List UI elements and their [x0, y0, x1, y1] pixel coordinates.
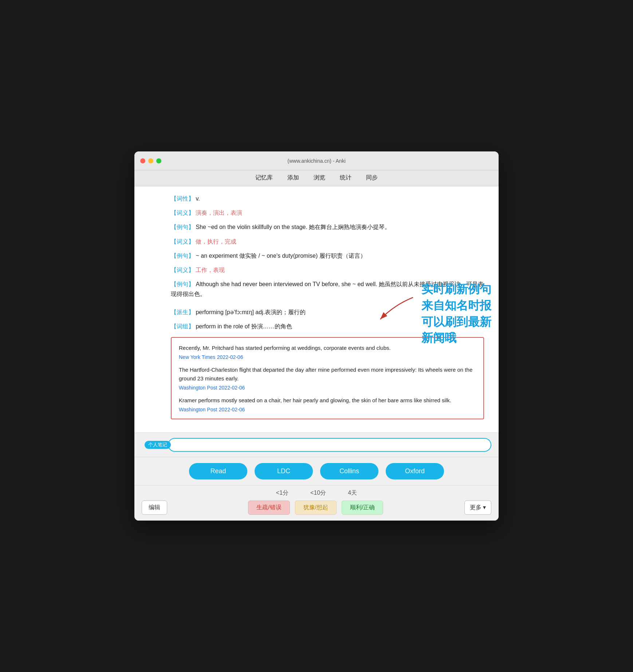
meaning1-label: 【词义】	[171, 210, 194, 216]
meaning1-value: 演奏，演出，表演	[196, 210, 242, 216]
rating-time-1: <1分	[276, 489, 288, 497]
notes-row: 个人笔记	[142, 438, 491, 452]
menu-item-library[interactable]: 记忆库	[254, 173, 274, 182]
content-area: 【词性】 v. 【词义】 演奏，演出，表演 【例句】 She ~ed on th…	[134, 186, 499, 433]
rating-buttons-row: 编辑 生疏/错误 犹豫/想起 顺利/正确 更多 ▾	[142, 501, 491, 515]
news-date-2c: 2022-02-06	[219, 385, 245, 391]
btn-easy[interactable]: 顺利/正确	[342, 501, 383, 515]
notes-label: 个人笔记	[145, 441, 171, 449]
more-button[interactable]: 更多 ▾	[464, 501, 491, 515]
phrase-line: 【词组】 perform in the role of 扮演……的角色	[171, 321, 484, 331]
derived-line: 【派生】 performing [pəˈfɔːmɪŋ] adj.表演的；履行的	[171, 307, 484, 317]
news-box: Recently, Mr. Pritchard has started perf…	[171, 337, 484, 419]
bottom-bar: <1分 <10分 4天 编辑 生疏/错误 犹豫/想起 顺利/正确 更多 ▾	[134, 486, 499, 521]
news-item-3: Kramer performs mostly seated on a chair…	[179, 396, 476, 413]
anki-window: (www.ankichina.cn) - Anki 记忆库 添加 浏览 统计 同…	[134, 151, 499, 521]
meaning2-label: 【词义】	[171, 238, 194, 245]
pos-value: v.	[196, 195, 200, 202]
meaning2-value: 做，执行，完成	[196, 238, 236, 245]
example3-line: 【例句】 Although she had never been intervi…	[171, 279, 484, 299]
news-item-1: Recently, Mr. Pritchard has started perf…	[179, 344, 476, 360]
close-button[interactable]	[140, 158, 145, 163]
meaning2-line: 【词义】 做，执行，完成	[171, 237, 484, 246]
example1-label: 【例句】	[171, 224, 194, 230]
menu-item-add[interactable]: 添加	[286, 173, 300, 182]
derived-label: 【派生】	[171, 309, 194, 315]
derived-value: performing [pəˈfɔːmɪŋ] adj.表演的；履行的	[196, 309, 306, 315]
menu-item-browse[interactable]: 浏览	[312, 173, 327, 182]
pos-label: 【词性】	[171, 195, 194, 202]
menu-item-stats[interactable]: 统计	[338, 173, 353, 182]
example1-line: 【例句】 She ~ed on the violin skillfully on…	[171, 222, 484, 232]
example2-line: 【例句】 ~ an experiment 做实验 / ~ one's duty(…	[171, 251, 484, 261]
maximize-button[interactable]	[156, 158, 161, 163]
example2-label: 【例句】	[171, 253, 194, 259]
meaning1-line: 【词义】 演奏，演出，表演	[171, 208, 484, 218]
titlebar: (www.ankichina.cn) - Anki	[134, 151, 499, 170]
rating-time-2: <10分	[310, 489, 326, 497]
minimize-button[interactable]	[148, 158, 153, 163]
rating-times-row: <1分 <10分 4天	[142, 489, 491, 497]
example2-value: ~ an experiment 做实验 / ~ one's duty(promi…	[196, 253, 366, 259]
meaning3-label: 【词义】	[171, 267, 194, 273]
rating-btns: 生疏/错误 犹豫/想起 顺利/正确	[248, 501, 383, 515]
menu-item-sync[interactable]: 同步	[365, 173, 379, 182]
news-sentence-2: The Hartford-Charleston flight that depa…	[179, 365, 476, 383]
meaning3-value: 工作，表现	[196, 267, 225, 273]
news-source-1: New York Times	[179, 354, 215, 360]
news-date-3c: 2022-02-06	[219, 407, 245, 412]
example3-value: Although she had never been interviewed …	[171, 281, 484, 297]
btn-medium[interactable]: 犹豫/想起	[295, 501, 337, 515]
dict-btn-ldc[interactable]: LDC	[255, 463, 313, 479]
news-item-2: The Hartford-Charleston flight that depa…	[179, 365, 476, 391]
window-title: (www.ankichina.cn) - Anki	[287, 158, 346, 164]
news-source-2: Washington Post	[179, 385, 217, 391]
traffic-lights	[140, 158, 161, 163]
rating-time-3: 4天	[348, 489, 357, 497]
dict-buttons: Read LDC Collins Oxford	[134, 457, 499, 486]
news-sentence-1: Recently, Mr. Pritchard has started perf…	[179, 344, 476, 352]
edit-button[interactable]: 编辑	[142, 501, 167, 515]
notes-area: 个人笔记	[134, 433, 499, 457]
pos-line: 【词性】 v.	[171, 194, 484, 203]
meaning3-line: 【词义】 工作，表现	[171, 265, 484, 275]
dict-btn-oxford[interactable]: Oxford	[386, 463, 444, 479]
phrase-label: 【词组】	[171, 323, 194, 329]
menubar: 记忆库 添加 浏览 统计 同步	[134, 170, 499, 186]
example3-label: 【例句】	[171, 281, 194, 287]
example1-value: She ~ed on the violin skillfully on the …	[196, 224, 390, 230]
notes-input[interactable]	[168, 438, 491, 452]
news-source-3: Washington Post	[179, 407, 217, 412]
dict-btn-read[interactable]: Read	[189, 463, 247, 479]
news-date-1b: 2022-02-06	[217, 354, 243, 360]
dict-btn-collins[interactable]: Collins	[320, 463, 378, 479]
news-sentence-3: Kramer performs mostly seated on a chair…	[179, 396, 476, 405]
phrase-value: perform in the role of 扮演……的角色	[196, 323, 292, 329]
btn-hard[interactable]: 生疏/错误	[248, 501, 290, 515]
